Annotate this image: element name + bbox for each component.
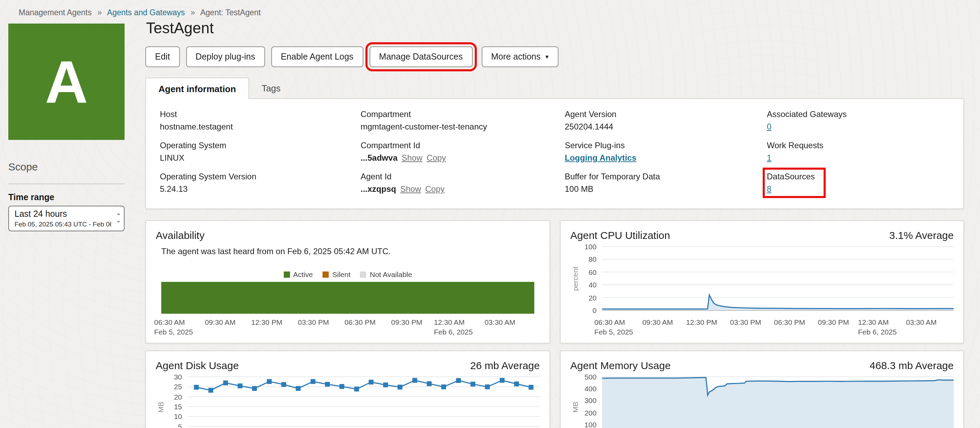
field-operating-system: Operating System LINUX xyxy=(160,141,361,163)
agent-information-panel: Host hostname.testagent Operating System… xyxy=(145,98,964,209)
tab-agent-information[interactable]: Agent information xyxy=(145,78,249,99)
enable-agent-logs-button[interactable]: Enable Agent Logs xyxy=(271,46,363,67)
disk-y-axis-label: MB xyxy=(156,401,165,412)
y-tick-label: 500 xyxy=(584,372,597,381)
availability-bar xyxy=(161,282,534,314)
breadcrumb-separator: » xyxy=(97,8,102,17)
manage-datasources-button[interactable]: Manage DataSources xyxy=(369,46,473,67)
info-column-2: Compartment mgmtagent-customer-test-tena… xyxy=(361,109,565,203)
legend-label: Silent xyxy=(332,270,350,278)
y-tick-label: 25 xyxy=(174,383,182,391)
sidebar-divider xyxy=(8,184,124,184)
chart-title-memory: Agent Memory Usage xyxy=(570,359,671,371)
agent-avatar: A xyxy=(8,24,124,140)
charts-grid: Availability The agent was last heard fr… xyxy=(145,220,964,428)
legend-item-active: Active xyxy=(283,270,313,278)
y-tick-label: 40 xyxy=(589,281,597,289)
info-column-3: Agent Version 250204.1444 Service Plug-i… xyxy=(565,109,767,203)
caret-down-icon: ▾ xyxy=(546,53,549,60)
x-tick-label: 09:30 AM xyxy=(642,317,673,327)
work-requests-link[interactable]: 1 xyxy=(767,153,772,163)
x-tick-label: 03:30 PM xyxy=(298,317,329,327)
y-tick-label: 60 xyxy=(589,268,597,276)
y-tick-label: 10 xyxy=(174,412,182,421)
availability-legend: ActiveSilentNot Available xyxy=(161,270,534,278)
legend-swatch-icon xyxy=(323,271,329,277)
legend-swatch-icon xyxy=(283,271,290,277)
show-link[interactable]: Show xyxy=(402,153,423,163)
more-actions-button[interactable]: More actions▾ xyxy=(481,46,558,67)
x-tick-label: 09:30 PM xyxy=(818,317,849,327)
y-tick-label: 300 xyxy=(584,396,597,405)
y-tick-label: 100 xyxy=(584,420,597,428)
y-tick-label: 0 xyxy=(592,306,597,315)
field-buffer-temporary-data: Buffer for Temporary Data 100 MB xyxy=(565,172,767,194)
y-tick-label: 100 xyxy=(584,243,597,251)
breadcrumb-separator: » xyxy=(191,8,195,17)
availability-chart: The agent was last heard from on Feb 6, … xyxy=(156,241,540,334)
cpu-average-value: 3.1% Average xyxy=(889,229,954,241)
y-tick-label: 30 xyxy=(174,372,182,381)
breadcrumb-item-management-agents[interactable]: Management Agents xyxy=(19,8,92,17)
field-agent-version: Agent Version 250204.1444 xyxy=(565,109,767,132)
avatar-letter: A xyxy=(45,48,88,116)
tabs: Agent information Tags xyxy=(145,78,964,98)
toolbar: Edit Deploy plug-ins Enable Agent Logs M… xyxy=(145,46,964,67)
y-tick-label: 5 xyxy=(178,422,182,428)
x-tick-label: 12:30 PM xyxy=(686,317,718,327)
chart-title-availability: Availability xyxy=(156,229,205,241)
field-service-plugins: Service Plug-ins Logging Analytics xyxy=(565,141,767,163)
chart-title-disk: Agent Disk Usage xyxy=(156,359,239,371)
field-associated-gateways: Associated Gateways 0 xyxy=(767,109,950,132)
cpu-y-ticks: 020406080100 xyxy=(580,244,602,314)
main-content: TestAgent Edit Deploy plug-ins Enable Ag… xyxy=(145,19,964,428)
legend-label: Active xyxy=(293,270,313,278)
field-host: Host hostname.testagent xyxy=(160,109,361,132)
disk-average-value: 26 mb Average xyxy=(470,359,540,371)
y-tick-label: 80 xyxy=(589,255,597,264)
show-link[interactable]: Show xyxy=(400,184,421,194)
y-tick-label: 400 xyxy=(584,384,597,393)
memory-chart: MB 0100200300400500 06:30 AMFeb 5, 20250… xyxy=(570,374,954,428)
x-tick-label: 12:30 AMFeb 6, 2025 xyxy=(858,317,897,337)
legend-swatch-icon xyxy=(360,271,366,277)
x-tick-label: 03:30 AM xyxy=(484,317,515,327)
field-compartment: Compartment mgmtagent-customer-test-tena… xyxy=(361,109,565,132)
y-tick-label: 200 xyxy=(584,408,597,417)
associated-gateways-link[interactable]: 0 xyxy=(767,122,772,132)
field-work-requests: Work Requests 1 xyxy=(767,141,950,163)
x-tick-label: 06:30 AMFeb 5, 2025 xyxy=(594,317,633,337)
x-tick-label: 12:30 PM xyxy=(251,317,282,327)
disk-plot-area xyxy=(188,374,540,428)
x-tick-label: 06:30 PM xyxy=(345,317,376,327)
x-tick-label: 03:30 AM xyxy=(906,317,937,327)
copy-link[interactable]: Copy xyxy=(425,184,445,194)
chart-title-cpu: Agent CPU Utilization xyxy=(570,229,670,241)
copy-link[interactable]: Copy xyxy=(427,153,446,163)
legend-label: Not Available xyxy=(370,270,412,278)
datasources-link[interactable]: 8 xyxy=(767,184,772,194)
memory-plot-area xyxy=(602,374,954,428)
x-tick-label: 06:30 PM xyxy=(774,317,805,327)
logging-analytics-link[interactable]: Logging Analytics xyxy=(565,153,636,163)
x-tick-label: 06:30 AMFeb 5, 2025 xyxy=(154,317,193,337)
disk-usage-card: Agent Disk Usage 26 mb Average MB 051015… xyxy=(145,350,550,428)
sidebar: A Scope Time range Last 24 hours Feb 05,… xyxy=(8,24,124,231)
breadcrumb-item-agents-and-gateways[interactable]: Agents and Gateways xyxy=(107,8,185,17)
tab-tags[interactable]: Tags xyxy=(249,78,293,98)
page: Management Agents » Agents and Gateways … xyxy=(0,0,980,428)
availability-card: Availability The agent was last heard fr… xyxy=(145,220,550,343)
time-range-select[interactable]: Last 24 hours Feb 05, 2025 05:43 UTC - F… xyxy=(8,206,124,231)
availability-segment-active xyxy=(161,282,534,314)
select-spinner-icon[interactable]: ⌃⌄ xyxy=(116,214,121,223)
memory-average-value: 468.3 mb Average xyxy=(870,359,954,371)
availability-x-axis: 06:30 AMFeb 5, 202509:30 AM12:30 PM03:30… xyxy=(161,314,534,334)
memory-usage-card: Agent Memory Usage 468.3 mb Average MB 0… xyxy=(560,350,964,428)
x-tick-label: 03:30 PM xyxy=(730,317,761,327)
edit-button[interactable]: Edit xyxy=(145,46,180,67)
field-compartment-id: Compartment Id ...5adwvaShowCopy xyxy=(361,141,565,163)
scope-title: Scope xyxy=(8,161,124,172)
field-agent-id: Agent Id ...xzqpsqShowCopy xyxy=(361,172,565,194)
deploy-plugins-button[interactable]: Deploy plug-ins xyxy=(186,46,265,67)
info-column-4: Associated Gateways 0 Work Requests 1 Da… xyxy=(767,109,950,203)
